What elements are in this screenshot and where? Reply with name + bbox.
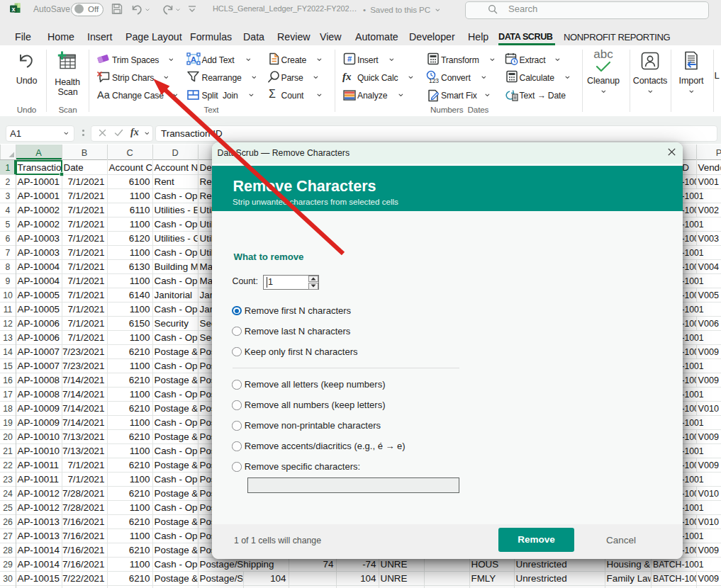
svg-text:7/1/2021: 7/1/2021 xyxy=(67,233,104,244)
svg-text:2: 2 xyxy=(6,177,11,187)
svg-text:AP-10001: AP-10001 xyxy=(18,191,60,201)
svg-text:#: # xyxy=(347,55,352,63)
svg-text:AP-10003: AP-10003 xyxy=(18,233,60,244)
svg-text:15: 15 xyxy=(3,361,13,371)
svg-text:AP-10006: AP-10006 xyxy=(18,332,60,343)
svg-text:V009: V009 xyxy=(698,347,719,357)
svg-text:7/1/2021: 7/1/2021 xyxy=(67,247,104,258)
svg-text:11: 11 xyxy=(4,305,13,315)
svg-text:AP-10005: AP-10005 xyxy=(18,290,60,300)
svg-text:10: 10 xyxy=(3,290,13,300)
svg-text:7/23/2021: 7/23/2021 xyxy=(62,361,105,371)
svg-text:1: 1 xyxy=(6,163,11,173)
svg-text:6100: 6100 xyxy=(129,176,150,187)
svg-text:4: 4 xyxy=(6,205,11,215)
svg-text:6130: 6130 xyxy=(129,261,150,272)
svg-text:7/1/2021: 7/1/2021 xyxy=(67,219,104,230)
svg-text:Date: Date xyxy=(64,162,84,173)
svg-text:21: 21 xyxy=(3,446,13,456)
svg-text:1100: 1100 xyxy=(130,361,150,371)
svg-text:AP-10004: AP-10004 xyxy=(18,261,60,272)
svg-text:7/1/2021: 7/1/2021 xyxy=(67,460,104,470)
svg-text:Vendor ID: Vendor ID xyxy=(698,162,721,173)
svg-text:AP-10011: AP-10011 xyxy=(18,460,60,470)
svg-text:BATCH-1001: BATCH-1001 xyxy=(653,560,704,570)
svg-text:Janitorial: Janitorial xyxy=(155,290,193,300)
svg-text:AP-10002: AP-10002 xyxy=(18,205,60,215)
svg-text:7/1/2021: 7/1/2021 xyxy=(67,191,104,201)
svg-text:12: 12 xyxy=(3,319,13,329)
svg-text:16: 16 xyxy=(3,375,13,385)
svg-text:AP-10012: AP-10012 xyxy=(18,502,60,513)
svg-text:6140: 6140 xyxy=(129,290,150,300)
svg-text:AP-10006: AP-10006 xyxy=(18,318,60,329)
svg-text:V009: V009 xyxy=(698,432,719,442)
svg-text:AP-10008: AP-10008 xyxy=(18,389,60,400)
svg-text:6210: 6210 xyxy=(129,488,150,499)
svg-text:19: 19 xyxy=(3,418,13,428)
svg-text:UNRE: UNRE xyxy=(381,559,408,570)
svg-text:1100: 1100 xyxy=(130,389,150,400)
svg-text:V009: V009 xyxy=(698,574,719,584)
svg-text:1100: 1100 xyxy=(130,559,150,570)
svg-text:7/22/2021: 7/22/2021 xyxy=(62,573,105,584)
svg-text:6210: 6210 xyxy=(129,460,150,470)
svg-text:HOUS: HOUS xyxy=(471,559,499,570)
svg-text:-74: -74 xyxy=(362,559,376,570)
svg-text:14: 14 xyxy=(3,347,13,357)
svg-text:Rent: Rent xyxy=(155,176,175,187)
svg-text:7/1/2021: 7/1/2021 xyxy=(67,276,104,286)
svg-text:7/23/2021: 7/23/2021 xyxy=(62,346,105,357)
svg-text:7/14/2021: 7/14/2021 xyxy=(62,389,105,400)
svg-text:Postage/Shipping: Postage/Shipping xyxy=(200,559,274,570)
svg-text:x: x xyxy=(11,6,15,13)
svg-text:7/1/2021: 7/1/2021 xyxy=(67,332,104,343)
svg-text:AP-10004: AP-10004 xyxy=(18,276,60,286)
svg-text:29: 29 xyxy=(3,560,13,570)
svg-text:7/16/2021: 7/16/2021 xyxy=(62,531,105,541)
svg-text:D: D xyxy=(172,147,178,158)
svg-text:V010: V010 xyxy=(698,489,719,499)
svg-text:V003: V003 xyxy=(698,234,719,244)
svg-text:7/1/2021: 7/1/2021 xyxy=(67,205,104,215)
svg-text:1100: 1100 xyxy=(130,446,150,456)
svg-text:6210: 6210 xyxy=(129,516,150,527)
svg-text:1100: 1100 xyxy=(130,191,150,201)
svg-text:7/1/2021: 7/1/2021 xyxy=(67,176,104,187)
svg-text:Unrestricted: Unrestricted xyxy=(516,559,567,570)
svg-text:20: 20 xyxy=(3,432,13,442)
svg-text:AP-10015: AP-10015 xyxy=(18,573,60,584)
svg-text:28: 28 xyxy=(3,545,13,555)
svg-text:AP-10014: AP-10014 xyxy=(18,545,60,555)
svg-text:26: 26 xyxy=(3,517,13,527)
svg-text:FMLY: FMLY xyxy=(471,573,496,584)
svg-text:13: 13 xyxy=(3,333,13,343)
svg-text:1100: 1100 xyxy=(130,502,150,513)
svg-text:7/14/2021: 7/14/2021 xyxy=(62,403,105,414)
svg-text:1100: 1100 xyxy=(130,332,150,343)
svg-text:A: A xyxy=(191,55,196,64)
svg-text:24: 24 xyxy=(3,489,13,499)
svg-text:104: 104 xyxy=(270,573,286,584)
svg-text:6120: 6120 xyxy=(129,233,150,244)
svg-text:P: P xyxy=(716,147,721,158)
svg-text:74: 74 xyxy=(323,559,334,570)
svg-text:7/16/2021: 7/16/2021 xyxy=(62,516,105,527)
svg-text:AP-10009: AP-10009 xyxy=(18,403,60,414)
svg-text:AP-10014: AP-10014 xyxy=(18,559,60,570)
svg-text:AP-10007: AP-10007 xyxy=(18,361,60,371)
svg-text:AP-10005: AP-10005 xyxy=(18,304,60,315)
svg-text:AP-10002: AP-10002 xyxy=(18,219,60,230)
svg-text:7/14/2021: 7/14/2021 xyxy=(62,417,105,428)
svg-text:104: 104 xyxy=(360,573,376,584)
svg-text:5: 5 xyxy=(6,220,11,230)
svg-text:6210: 6210 xyxy=(129,375,150,385)
svg-text:AP-10013: AP-10013 xyxy=(18,516,60,527)
svg-text:7/13/2021: 7/13/2021 xyxy=(62,446,105,456)
svg-text:V010: V010 xyxy=(698,404,719,414)
svg-text:7/14/2021: 7/14/2021 xyxy=(62,375,105,385)
svg-text:V009: V009 xyxy=(698,460,719,470)
svg-text:7/1/2021: 7/1/2021 xyxy=(67,304,104,315)
svg-text:Security: Security xyxy=(155,318,189,329)
svg-text:22: 22 xyxy=(3,460,13,470)
